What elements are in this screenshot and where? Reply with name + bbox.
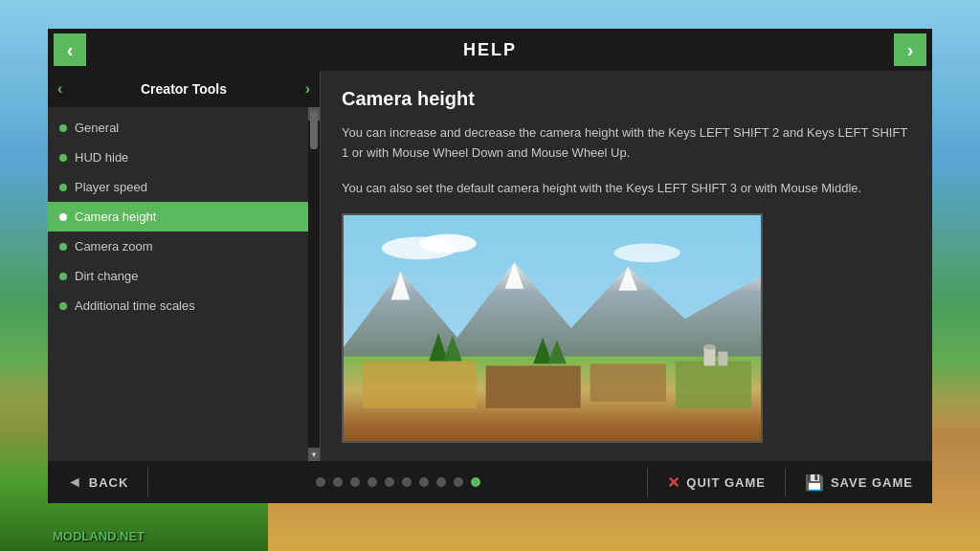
sidebar-item-1[interactable]: HUD hide: [48, 143, 308, 172]
quit-label: QUIT GAME: [686, 475, 766, 490]
landscape-svg: [344, 215, 761, 441]
sidebar-dot-1: [59, 154, 67, 162]
sidebar-item-label-2: Player speed: [75, 180, 147, 194]
sidebar-item-label-1: HUD hide: [75, 150, 128, 165]
sidebar-dot-4: [59, 243, 67, 251]
sidebar-dot-5: [59, 273, 67, 280]
content-paragraph-2: You can also set the default camera heig…: [342, 179, 911, 199]
sidebar-item-label-5: Dirt change: [75, 269, 138, 283]
sidebar-items-list: GeneralHUD hidePlayer speedCamera height…: [48, 107, 308, 461]
footer-dot-5[interactable]: [402, 477, 412, 487]
sidebar-dot-0: [59, 124, 67, 132]
help-dialog: ‹ HELP › ‹ Creator Tools › GeneralHUD hi…: [48, 29, 932, 503]
svg-point-2: [419, 234, 476, 253]
footer-dot-6[interactable]: [419, 477, 429, 487]
footer-dots: [148, 477, 647, 487]
sidebar-header: ‹ Creator Tools ›: [48, 71, 320, 107]
next-chapter-button[interactable]: ›: [894, 33, 926, 66]
prev-chapter-button[interactable]: ‹: [54, 33, 86, 66]
footer-dot-8[interactable]: [454, 477, 463, 487]
sidebar-title: Creator Tools: [62, 81, 304, 97]
content-paragraph-1: You can increase and decrease the camera…: [342, 123, 911, 164]
content-image: [342, 213, 763, 443]
sidebar-item-6[interactable]: Additional time scales: [48, 291, 308, 320]
footer-dot-9[interactable]: [471, 477, 480, 487]
sidebar-item-3[interactable]: Camera height: [48, 202, 308, 231]
scroll-thumb[interactable]: [310, 111, 318, 149]
sidebar-item-4[interactable]: Camera zoom: [48, 231, 308, 261]
sidebar-item-label-6: Additional time scales: [75, 298, 195, 313]
dialog-footer: ◄ BACK ✕ QUIT GAME 💾 SAVE GAME: [48, 461, 932, 503]
svg-rect-18: [718, 352, 727, 366]
footer-dot-7[interactable]: [436, 477, 446, 487]
watermark-suffix: .NET: [116, 529, 145, 543]
sidebar-item-5[interactable]: Dirt change: [48, 261, 308, 291]
watermark-prefix: MODLAND: [53, 529, 116, 543]
sidebar-item-0[interactable]: General: [48, 113, 308, 143]
sidebar-item-label-0: General: [75, 121, 119, 135]
sidebar-dot-6: [59, 302, 67, 310]
sidebar-item-2[interactable]: Player speed: [48, 172, 308, 202]
back-label: BACK: [89, 475, 129, 490]
dialog-header: ‹ HELP ›: [48, 29, 932, 71]
content-area: Camera height You can increase and decre…: [321, 71, 932, 461]
back-button[interactable]: ◄ BACK: [48, 461, 147, 503]
quit-button[interactable]: ✕ QUIT GAME: [648, 461, 785, 503]
sidebar-item-label-4: Camera zoom: [75, 239, 153, 253]
save-icon: 💾: [805, 474, 825, 492]
footer-dot-1[interactable]: [333, 477, 343, 487]
footer-dot-0[interactable]: [316, 477, 325, 487]
footer-dot-3[interactable]: [368, 477, 377, 487]
svg-rect-9: [363, 362, 477, 408]
quit-icon: ✕: [667, 474, 680, 492]
save-label: SAVE GAME: [831, 475, 913, 490]
dialog-body: ‹ Creator Tools › GeneralHUD hidePlayer …: [48, 71, 932, 461]
sidebar: ‹ Creator Tools › GeneralHUD hidePlayer …: [48, 71, 321, 461]
content-title: Camera height: [342, 88, 911, 110]
sidebar-scrollbar[interactable]: ▲ ▼: [308, 107, 320, 461]
svg-rect-12: [676, 362, 751, 408]
svg-rect-11: [590, 364, 666, 402]
sidebar-dot-2: [59, 184, 67, 191]
sidebar-item-label-3: Camera height: [75, 209, 156, 224]
footer-dot-4[interactable]: [385, 477, 394, 487]
svg-point-19: [704, 344, 716, 350]
scroll-down-arrow[interactable]: ▼: [308, 448, 320, 461]
watermark: MODLAND.NET: [53, 529, 145, 543]
back-icon: ◄: [67, 474, 83, 491]
save-button[interactable]: 💾 SAVE GAME: [786, 461, 932, 503]
dialog-title: HELP: [463, 40, 517, 60]
svg-point-3: [613, 244, 679, 263]
sidebar-next-button[interactable]: ›: [305, 80, 310, 98]
sidebar-dot-3: [59, 213, 67, 221]
svg-rect-10: [486, 366, 581, 408]
footer-dot-2[interactable]: [350, 477, 360, 487]
